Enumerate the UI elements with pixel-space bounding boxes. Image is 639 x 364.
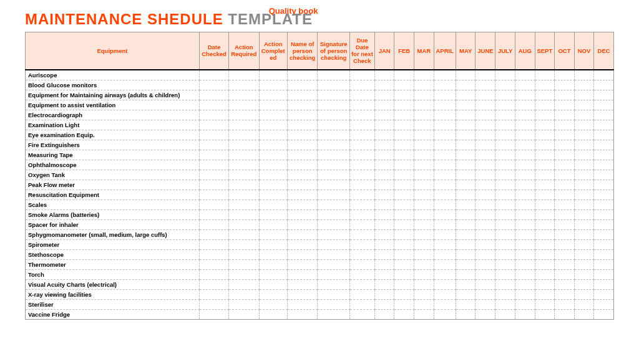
data-cell	[228, 130, 259, 140]
data-cell	[574, 150, 594, 160]
data-cell	[476, 259, 495, 269]
data-cell	[374, 249, 394, 259]
data-cell	[228, 90, 259, 100]
data-cell	[594, 229, 614, 239]
data-cell	[555, 160, 575, 170]
data-cell	[228, 140, 259, 150]
equipment-cell: Thermometer	[26, 259, 200, 269]
header-month-jul: JULY	[495, 32, 515, 70]
data-cell	[574, 140, 594, 150]
data-cell	[456, 90, 476, 100]
data-cell	[414, 120, 434, 130]
data-cell	[228, 219, 259, 229]
data-cell	[535, 299, 555, 309]
data-cell	[555, 170, 575, 180]
data-cell	[434, 90, 456, 100]
data-cell	[414, 259, 434, 269]
data-cell	[515, 309, 535, 319]
data-cell	[555, 100, 575, 110]
data-cell	[374, 80, 394, 90]
data-cell	[414, 209, 434, 219]
data-cell	[349, 130, 374, 140]
data-cell	[318, 189, 349, 199]
header-month-apr: APRIL	[434, 32, 456, 70]
data-cell	[434, 229, 456, 239]
data-cell	[434, 170, 456, 180]
data-cell	[200, 309, 229, 319]
data-cell	[259, 239, 287, 249]
data-cell	[594, 100, 614, 110]
data-cell	[200, 140, 229, 150]
data-cell	[535, 90, 555, 100]
data-cell	[259, 160, 287, 170]
data-cell	[394, 219, 414, 229]
data-cell	[374, 289, 394, 299]
data-cell	[476, 120, 495, 130]
table-row: Blood Glucose monitors	[26, 80, 614, 90]
data-cell	[495, 219, 515, 229]
data-cell	[318, 299, 349, 309]
data-cell	[349, 100, 374, 110]
data-cell	[349, 299, 374, 309]
data-cell	[515, 219, 535, 229]
equipment-cell: Ophthalmoscope	[26, 160, 200, 170]
equipment-cell: Scales	[26, 199, 200, 209]
data-cell	[495, 209, 515, 219]
data-cell	[259, 269, 287, 279]
data-cell	[394, 140, 414, 150]
data-cell	[287, 219, 318, 229]
data-cell	[574, 180, 594, 189]
data-cell	[574, 120, 594, 130]
data-cell	[200, 279, 229, 289]
data-cell	[259, 70, 287, 80]
data-cell	[228, 80, 259, 90]
data-cell	[434, 239, 456, 249]
header-month-nov: NOV	[574, 32, 594, 70]
data-cell	[574, 170, 594, 180]
data-cell	[594, 110, 614, 120]
data-cell	[287, 309, 318, 319]
header-month-mar: MAR	[414, 32, 434, 70]
data-cell	[349, 259, 374, 269]
data-cell	[318, 160, 349, 170]
data-cell	[200, 229, 229, 239]
data-cell	[515, 160, 535, 170]
data-cell	[456, 150, 476, 160]
data-cell	[495, 110, 515, 120]
table-row: Equipment for Maintaining airways (adult…	[26, 90, 614, 100]
header-action-completed: Action Complet ed	[259, 32, 287, 70]
data-cell	[228, 239, 259, 249]
data-cell	[555, 299, 575, 309]
data-cell	[456, 299, 476, 309]
data-cell	[555, 199, 575, 209]
table-row: Steriliser	[26, 299, 614, 309]
data-cell	[414, 199, 434, 209]
data-cell	[515, 170, 535, 180]
data-cell	[318, 249, 349, 259]
data-cell	[594, 279, 614, 289]
data-cell	[287, 299, 318, 309]
data-cell	[594, 160, 614, 170]
data-cell	[259, 170, 287, 180]
data-cell	[318, 70, 349, 80]
data-cell	[434, 289, 456, 299]
data-cell	[574, 70, 594, 80]
equipment-cell: Fire Extinguishers	[26, 140, 200, 150]
data-cell	[434, 100, 456, 110]
data-cell	[535, 160, 555, 170]
data-cell	[555, 120, 575, 130]
data-cell	[394, 160, 414, 170]
data-cell	[495, 279, 515, 289]
table-row: Ophthalmoscope	[26, 160, 614, 170]
data-cell	[535, 209, 555, 219]
data-cell	[414, 150, 434, 160]
data-cell	[535, 110, 555, 120]
data-cell	[318, 269, 349, 279]
data-cell	[259, 299, 287, 309]
data-cell	[574, 229, 594, 239]
data-cell	[318, 170, 349, 180]
data-cell	[287, 160, 318, 170]
data-cell	[594, 90, 614, 100]
document-header: Quality book MAINTENANCE SHEDULE TEMPLAT…	[25, 6, 614, 27]
data-cell	[535, 259, 555, 269]
